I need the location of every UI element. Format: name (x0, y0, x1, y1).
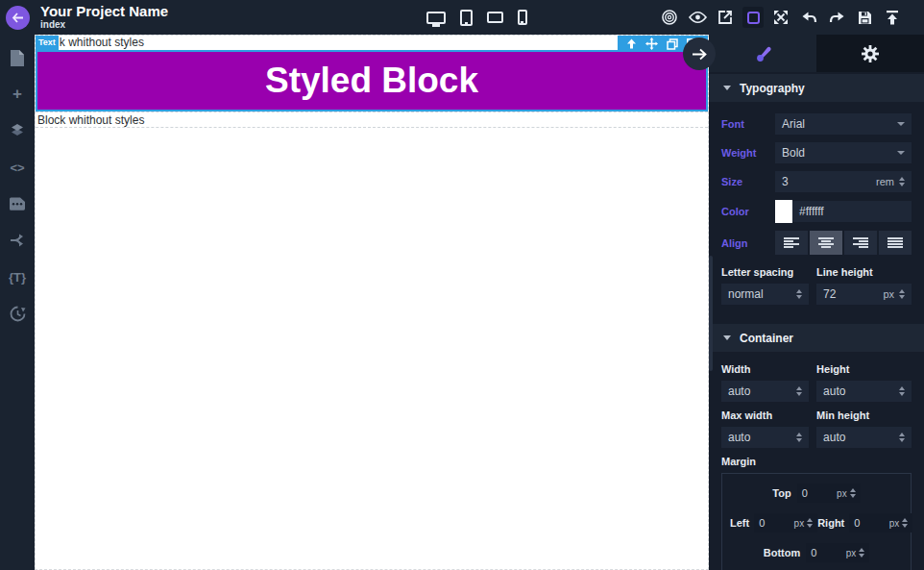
max-width-input[interactable]: auto (721, 427, 809, 448)
margin-top-label: Top (772, 487, 790, 499)
panel-collapse-button[interactable] (683, 37, 716, 70)
collapse-caret-icon (723, 86, 731, 90)
page-name: index (40, 19, 168, 31)
collapse-caret-icon (723, 335, 731, 340)
fullscreen-icon[interactable] (770, 7, 791, 28)
text-block-bottom-label: Block whithout styles (36, 113, 144, 127)
margin-right-label: Right (817, 517, 844, 529)
redo-icon[interactable] (826, 7, 847, 28)
styled-block-element[interactable]: Styled Block (36, 50, 708, 112)
text-block-top[interactable]: Text k whithout styles (36, 35, 708, 50)
element-type-badge: Text (36, 36, 59, 50)
stepper-icon[interactable] (899, 386, 905, 396)
stepper-icon[interactable] (796, 289, 802, 299)
stepper-icon[interactable] (859, 548, 864, 558)
height-label: Height (816, 363, 912, 375)
save-icon[interactable] (854, 7, 875, 28)
size-input[interactable]: 3 rem (775, 171, 912, 192)
top-bar: Your Project Name index (0, 0, 924, 35)
align-justify-button[interactable] (879, 231, 912, 255)
font-select[interactable]: Arial (775, 113, 912, 135)
history-icon[interactable] (0, 295, 35, 332)
layers-icon[interactable] (0, 112, 35, 149)
project-title: Your Project Name (40, 3, 168, 19)
line-height-input[interactable]: 72 px (816, 284, 912, 305)
back-button[interactable] (6, 6, 30, 30)
min-height-input[interactable]: auto (816, 427, 912, 448)
tab-styles[interactable] (709, 35, 816, 72)
open-editor-icon[interactable] (715, 7, 736, 28)
desktop-icon[interactable] (426, 12, 446, 24)
tablet-icon[interactable] (460, 10, 473, 26)
publish-upload-icon[interactable] (882, 7, 903, 28)
outline-toggle-icon[interactable] (742, 7, 764, 28)
stepper-icon[interactable] (899, 177, 905, 186)
left-sidebar: + <> {T} (0, 0, 35, 570)
align-center-button[interactable] (810, 231, 842, 255)
target-icon[interactable] (659, 7, 680, 28)
typography-section: Font Arial Weight Bold Size 3 rem (709, 102, 924, 322)
project-info: Your Project Name index (40, 3, 168, 31)
color-input[interactable]: #ffffff (792, 201, 912, 222)
drag-move-icon[interactable] (645, 37, 658, 50)
align-right-button[interactable] (844, 231, 877, 255)
container-title: Container (740, 332, 793, 345)
pages-icon[interactable] (0, 39, 35, 76)
margin-top-input[interactable]: 0 px (797, 483, 861, 503)
design-canvas[interactable]: Text k whithout styles Styled Block Bloc… (35, 35, 709, 570)
margin-editor: Top 0 px Left 0 px (721, 473, 912, 570)
toolbar-actions (659, 0, 903, 35)
panel-tabbar (709, 35, 924, 72)
undo-icon[interactable] (798, 7, 819, 28)
tokens-icon[interactable]: {T} (0, 259, 35, 295)
color-label: Color (721, 206, 775, 217)
align-label: Align (721, 237, 775, 249)
weight-label: Weight (721, 147, 775, 159)
typography-section-header[interactable]: Typography (709, 74, 924, 102)
line-height-label: Line height (816, 266, 912, 278)
typography-title: Typography (740, 82, 805, 95)
panel-scrollbar[interactable] (709, 256, 713, 371)
stepper-icon[interactable] (796, 386, 802, 396)
weight-select[interactable]: Bold (775, 142, 912, 163)
margin-bottom-input[interactable]: 0 px (806, 543, 869, 562)
mobile-icon[interactable] (518, 10, 527, 25)
width-label: Width (721, 363, 809, 375)
margin-right-input[interactable]: 0 px (849, 513, 912, 533)
stepper-icon[interactable] (902, 518, 908, 528)
letter-spacing-input[interactable]: normal (721, 284, 809, 305)
text-block-top-label: k whithout styles (59, 36, 144, 50)
container-section: Width auto Height auto Max width (709, 352, 924, 570)
min-height-label: Min height (816, 409, 912, 421)
app-window: Your Project Name index (0, 0, 924, 570)
duplicate-icon[interactable] (667, 38, 678, 50)
device-switcher (426, 0, 527, 35)
move-up-icon[interactable] (626, 38, 637, 49)
stepper-icon[interactable] (899, 289, 905, 299)
dropdown-caret-icon (897, 151, 905, 155)
preview-eye-icon[interactable] (687, 7, 708, 28)
flow-icon[interactable] (0, 222, 35, 259)
styled-block-text: Styled Block (265, 61, 478, 101)
tablet-landscape-icon[interactable] (487, 12, 503, 23)
align-group (775, 231, 912, 255)
height-input[interactable]: auto (816, 381, 912, 402)
margin-left-label: Left (730, 517, 749, 529)
stepper-icon[interactable] (796, 433, 802, 442)
margin-left-input[interactable]: 0 px (754, 513, 817, 533)
width-input[interactable]: auto (721, 381, 809, 402)
align-left-button[interactable] (775, 231, 808, 255)
code-icon[interactable]: <> (0, 149, 35, 186)
text-block-bottom[interactable]: Block whithout styles (36, 112, 708, 128)
tab-settings[interactable] (816, 35, 924, 72)
comments-icon[interactable] (0, 186, 35, 222)
color-swatch[interactable] (775, 200, 792, 223)
margin-bottom-label: Bottom (764, 547, 801, 558)
add-element-icon[interactable]: + (0, 76, 35, 112)
stepper-icon[interactable] (899, 433, 905, 442)
stepper-icon[interactable] (850, 488, 856, 498)
style-panel: Typography Font Arial Weight Bold Size 3… (709, 35, 924, 570)
container-section-header[interactable]: Container (709, 324, 924, 352)
stepper-icon[interactable] (807, 518, 813, 528)
size-label: Size (721, 176, 775, 187)
